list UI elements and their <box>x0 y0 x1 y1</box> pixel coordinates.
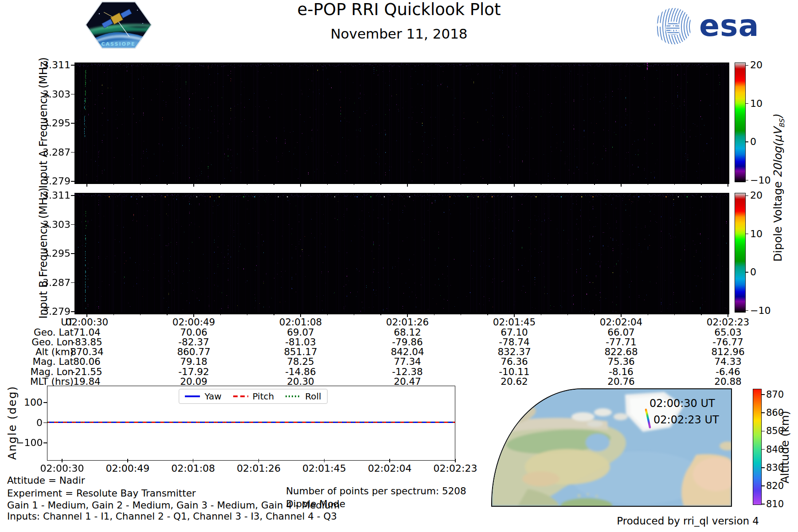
angle-plot-legend: YawPitchRoll <box>179 389 328 404</box>
ephemeris-cell: 77.34 <box>376 356 439 367</box>
time-minor-tick <box>274 183 274 185</box>
altitude-tick-label: 830 <box>766 462 788 473</box>
time-minor-tick <box>380 183 381 185</box>
altitude-tick-label: 810 <box>766 499 788 509</box>
angle-xtick-mark <box>455 459 456 462</box>
angle-xtick-mark <box>389 459 390 462</box>
angle-xtick-label: 02:01:45 <box>295 463 353 474</box>
dipole-mode-note: Dipole Mode <box>286 498 345 509</box>
experiment-note: Experiment = Resolute Bay Transmitter <box>7 488 196 499</box>
ephemeris-cell: 75.36 <box>589 356 653 367</box>
legend-entry-roll: Roll <box>286 391 321 402</box>
freq-tick-label: 3.287 <box>43 277 70 288</box>
time-major-tick <box>407 313 408 317</box>
altitude-tick-mark <box>762 431 765 432</box>
angle-ytick-mark <box>43 422 47 423</box>
colorbar-tick-mark <box>745 310 748 311</box>
ephemeris-cell: 74.33 <box>696 356 760 367</box>
colorbar-tick-mark <box>745 180 748 181</box>
altitude-tick-mark <box>762 394 765 395</box>
time-major-tick <box>621 183 622 187</box>
legend-entry-pitch: Pitch <box>233 391 274 402</box>
legend-label: Pitch <box>253 391 274 402</box>
colorbar-tick-mark <box>745 141 748 142</box>
colorbar-tick-mark <box>745 65 748 66</box>
time-major-tick <box>728 313 728 317</box>
time-minor-tick <box>434 313 435 315</box>
ground-track-map: 02:00:30 UT 02:02:23 UT <box>491 388 732 507</box>
angle-xtick-label: 02:01:26 <box>230 463 288 474</box>
colorbar-tick-label: −10 <box>750 175 777 186</box>
time-minor-tick <box>167 313 168 315</box>
freq-tick-label: 3.295 <box>43 117 70 129</box>
time-minor-tick <box>167 183 168 185</box>
time-major-tick <box>193 313 194 317</box>
attitude-note: Attitude = Nadir <box>7 475 85 486</box>
angle-xtick-label: 02:02:04 <box>361 463 419 474</box>
legend-entry-yaw: Yaw <box>185 391 221 402</box>
time-major-tick <box>621 313 622 317</box>
angle-xtick-mark <box>258 459 259 462</box>
quicklook-plot-page: CASSIOPE e-POP RRI Quicklook Plot Novemb… <box>0 0 798 532</box>
altitude-colorbar <box>753 389 761 505</box>
angle-xtick-mark <box>127 459 128 462</box>
colorbar-tick-mark <box>745 234 748 235</box>
time-minor-tick <box>701 183 702 185</box>
time-minor-tick <box>461 183 462 185</box>
ephemeris-cell: 80.06 <box>55 356 119 367</box>
altitude-tick-label: 860 <box>766 407 788 418</box>
ephemeris-cell: 20.62 <box>482 376 546 387</box>
colorbar-tick-mark <box>745 103 748 104</box>
input-b-spectrogram <box>75 193 729 312</box>
time-major-tick <box>300 183 301 187</box>
time-minor-tick <box>434 183 435 185</box>
time-minor-tick <box>247 313 248 315</box>
ephemeris-cell: 02:02:04 <box>589 317 653 328</box>
freq-tick-mark <box>71 311 74 312</box>
time-major-tick <box>728 183 728 187</box>
freq-tick-label: 3.303 <box>43 219 70 230</box>
time-minor-tick <box>594 183 595 185</box>
yaw-line-swatch <box>185 395 200 397</box>
time-minor-tick <box>354 313 355 315</box>
angle-ytick-mark <box>43 402 47 403</box>
time-minor-tick <box>113 313 114 315</box>
time-major-tick <box>407 183 408 187</box>
ephemeris-cell: 02:01:08 <box>269 317 332 328</box>
freq-tick-label: 3.287 <box>43 147 70 158</box>
freq-tick-mark <box>71 253 74 254</box>
angle-xtick-label: 02:00:30 <box>33 463 91 474</box>
altitude-tick-mark <box>762 504 765 505</box>
altitude-tick-mark <box>762 412 765 413</box>
track-start-time: 02:00:30 UT <box>649 397 715 410</box>
time-minor-tick <box>140 183 141 185</box>
time-minor-tick <box>274 313 274 315</box>
time-major-tick <box>86 313 87 317</box>
produced-by-note: Produced by rri_ql version 4 <box>493 515 759 527</box>
freq-tick-mark <box>71 224 74 225</box>
angle-ytick-mark <box>43 442 47 443</box>
time-major-tick <box>86 183 87 187</box>
angle-xtick-label: 02:00:49 <box>99 463 156 474</box>
time-minor-tick <box>461 313 462 315</box>
angle-xtick-mark <box>324 459 325 462</box>
time-minor-tick <box>247 183 248 185</box>
colorbar-tick-label: 20 <box>750 190 777 201</box>
time-minor-tick <box>487 183 488 185</box>
time-minor-tick <box>567 183 568 185</box>
svg-text:e: e <box>665 13 681 40</box>
time-minor-tick <box>380 313 381 315</box>
altitude-tick-label: 850 <box>766 426 788 436</box>
time-minor-tick <box>327 183 328 185</box>
altitude-tick-mark <box>762 467 765 468</box>
legend-label: Yaw <box>204 391 221 402</box>
angle-ytick-label: −100 <box>16 437 43 448</box>
points-per-spectrum-note: Number of points per spectrum: 5208 <box>286 485 466 497</box>
freq-tick-mark <box>71 94 74 95</box>
time-major-tick <box>514 183 515 187</box>
ephemeris-cell: 76.36 <box>482 356 546 367</box>
time-minor-tick <box>648 183 649 185</box>
time-minor-tick <box>541 313 542 315</box>
freq-tick-mark <box>71 181 74 182</box>
track-end-time: 02:02:23 UT <box>653 414 719 426</box>
